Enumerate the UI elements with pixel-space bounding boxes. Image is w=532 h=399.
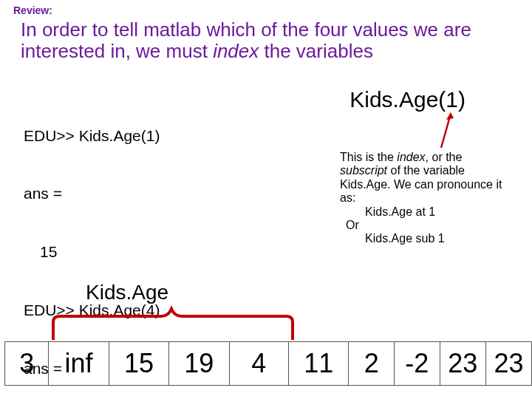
note-text: This is the	[340, 151, 397, 163]
note-sub: Kids.Age sub 1	[340, 232, 510, 245]
review-label: Review:	[13, 4, 52, 16]
note-italic: subscript	[340, 164, 387, 177]
note-sub: Kids.Age at 1	[340, 205, 510, 219]
array-cell: -2	[394, 342, 440, 386]
array-cell: 3	[5, 342, 49, 386]
note-or: Or	[340, 219, 359, 231]
array-cell: 19	[169, 342, 229, 386]
table-row: 3inf15194112-22323	[5, 342, 532, 386]
svg-line-0	[441, 114, 451, 148]
index-note: This is the index, or the subscript of t…	[340, 151, 510, 246]
array-cell: 11	[289, 342, 349, 386]
note-italic: index	[397, 151, 425, 163]
slide-title: In order to tell matlab which of the fou…	[21, 19, 508, 62]
array-table: 3inf15194112-22323	[4, 341, 532, 386]
note-text: , or the	[426, 151, 463, 163]
kids-age-label: Kids.Age	[86, 281, 168, 304]
array-cell: 2	[349, 342, 394, 386]
svg-marker-1	[446, 112, 454, 120]
array-cell: 4	[229, 342, 289, 386]
array-cell: inf	[49, 342, 109, 386]
array-cell: 23	[440, 342, 485, 386]
array-cell: 15	[109, 342, 168, 386]
pointer-arrow-icon	[425, 111, 454, 152]
title-italic: index	[213, 40, 259, 62]
console-line: ans =	[24, 184, 160, 203]
array-cell: 23	[485, 342, 531, 386]
console-line: 15	[24, 242, 160, 262]
expression-heading: Kids.Age(1)	[349, 87, 466, 112]
title-post: the variables	[259, 40, 373, 62]
console-line: EDU>> Kids.Age(1)	[24, 126, 160, 146]
